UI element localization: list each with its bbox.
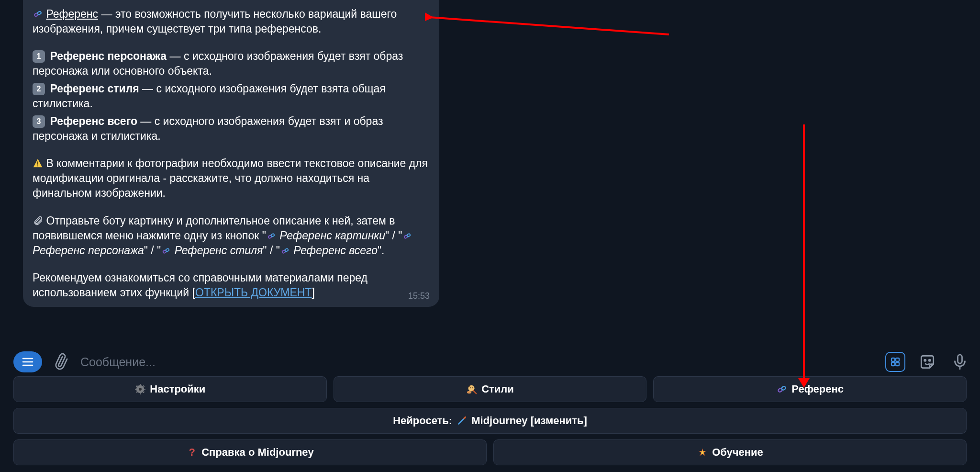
item2-title: Референс стиля — [50, 82, 139, 95]
open-document-link[interactable]: ОТКРЫТЬ ДОКУМЕНТ — [195, 286, 312, 299]
kb-reference-button[interactable]: Референс — [653, 376, 967, 402]
bot-message-bubble: Референс — это возможность получить неск… — [23, 0, 439, 307]
kb-reference-label: Референс — [791, 383, 844, 395]
kb-settings-label: Настройки — [150, 383, 205, 395]
instr-opt3: Референс стиля — [175, 244, 263, 257]
chat-area: Референс — это возможность получить неск… — [0, 0, 980, 348]
svg-rect-5 — [271, 233, 275, 237]
attach-button[interactable] — [49, 349, 73, 374]
collision-icon — [697, 447, 708, 458]
bot-menu-button[interactable] — [13, 351, 42, 372]
kb-network-label: Нейросеть: — [393, 415, 452, 427]
instr-post: ". — [378, 244, 385, 257]
message-input-row — [0, 347, 980, 377]
badge-3: 3 — [33, 115, 45, 128]
chain-icon — [33, 9, 43, 19]
svg-point-24 — [139, 388, 142, 391]
kb-network-value: Midjourney [изменить] — [471, 415, 587, 427]
svg-rect-21 — [958, 355, 962, 363]
badge-1: 1 — [33, 50, 45, 63]
chain-icon — [266, 231, 277, 241]
svg-rect-3 — [37, 166, 38, 167]
svg-rect-11 — [285, 248, 289, 252]
voice-record-button[interactable] — [949, 351, 970, 372]
svg-point-36 — [467, 391, 471, 394]
kb-learn-label: Обучение — [712, 446, 763, 459]
svg-point-19 — [924, 360, 926, 361]
svg-rect-27 — [135, 389, 137, 390]
instr-opt4: Референс всего — [293, 244, 378, 257]
kb-styles-button[interactable]: Стили — [334, 376, 647, 402]
message-intro-head: Референс — [46, 8, 98, 20]
kb-learn-button[interactable]: Обучение — [493, 439, 967, 465]
kb-network-button[interactable]: Нейросеть: Midjourney [изменить] — [13, 408, 967, 434]
svg-rect-17 — [891, 362, 895, 366]
kb-settings-button[interactable]: Настройки — [13, 376, 327, 402]
svg-point-20 — [929, 360, 930, 361]
instr-sep: " / " — [144, 244, 161, 257]
svg-rect-9 — [166, 248, 169, 252]
bot-keyboard: Настройки Стили Референс Нейросеть: Midj… — [13, 376, 967, 465]
message-timestamp: 15:53 — [408, 290, 430, 302]
instr-opt2: Референс персонажа — [33, 244, 144, 257]
chain-icon — [161, 246, 171, 256]
instr-opt1: Референс картинки — [279, 229, 385, 242]
svg-rect-18 — [896, 362, 899, 366]
svg-point-35 — [472, 387, 473, 388]
svg-rect-38 — [781, 386, 786, 391]
warning-icon — [33, 158, 43, 169]
item1-title: Референс персонажа — [50, 50, 167, 62]
message-input[interactable] — [80, 351, 876, 373]
instr-sep: " / " — [385, 229, 402, 242]
chain-icon — [776, 383, 788, 395]
svg-rect-26 — [140, 393, 141, 394]
item3-title: Референс всего — [50, 115, 137, 127]
gear-icon — [134, 383, 146, 395]
badge-2: 2 — [33, 83, 45, 95]
kb-help-label: Справка о Midjourney — [201, 446, 314, 459]
svg-rect-2 — [37, 162, 38, 165]
svg-rect-16 — [896, 358, 899, 361]
svg-rect-15 — [891, 358, 895, 361]
svg-rect-25 — [140, 384, 141, 386]
kb-styles-label: Стили — [481, 383, 514, 395]
svg-rect-28 — [144, 389, 146, 390]
sticker-button[interactable] — [917, 351, 938, 372]
artist-icon — [466, 383, 478, 395]
kb-help-button[interactable]: ? Справка о Midjourney — [13, 439, 487, 465]
paperclip-icon — [33, 215, 43, 226]
warn-text: В комментарии к фотографии необходимо вв… — [33, 157, 428, 199]
bot-commands-button[interactable] — [885, 352, 905, 372]
svg-rect-7 — [407, 233, 411, 237]
chain-icon — [402, 231, 412, 241]
svg-point-34 — [470, 387, 471, 388]
svg-rect-1 — [37, 11, 42, 15]
instr-sep: " / " — [263, 244, 280, 257]
brush-icon — [456, 415, 468, 427]
chain-icon — [280, 246, 290, 256]
question-icon: ? — [186, 447, 198, 458]
recommend-close: ] — [312, 286, 314, 299]
